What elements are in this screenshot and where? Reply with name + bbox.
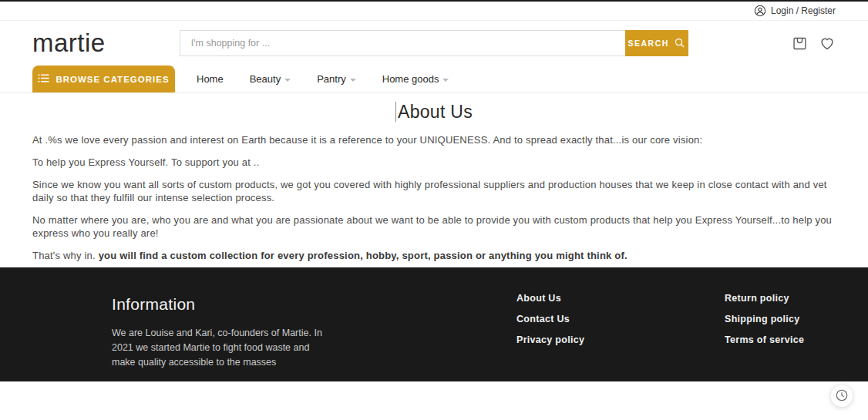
site-footer: Information We are Louise and Kari, co-f… <box>0 267 868 381</box>
chevron-down-icon <box>284 79 291 82</box>
wishlist-heart-icon[interactable] <box>819 35 836 52</box>
footer-link-privacy-policy[interactable]: Privacy policy <box>516 334 584 345</box>
paragraph-text: That's why in. <box>32 250 99 261</box>
about-content: About Us At .%s we love every passion an… <box>0 93 868 267</box>
nav-item-beauty[interactable]: Beauty <box>250 73 291 85</box>
nav-item-pantry[interactable]: Pantry <box>317 73 356 85</box>
footer-links-column-2: Return policy Shipping policy Terms of s… <box>725 293 804 345</box>
site-logo[interactable]: martie <box>32 29 106 58</box>
search-input[interactable] <box>180 30 625 56</box>
paragraph-bold-text: you will find a custom collection for ev… <box>99 250 627 261</box>
footer-link-contact-us[interactable]: Contact Us <box>516 314 584 324</box>
search-bar: SEARCH <box>180 30 688 56</box>
main-nav: BROWSE CATEGORIES Home Beauty Pantry Hom… <box>0 66 868 93</box>
footer-bottom-strip <box>0 381 868 420</box>
footer-link-return-policy[interactable]: Return policy <box>725 293 804 304</box>
login-register-label: Login / Register <box>771 5 836 16</box>
user-icon <box>754 5 766 17</box>
footer-link-shipping-policy[interactable]: Shipping policy <box>725 314 804 324</box>
nav-item-label: Beauty <box>250 73 281 85</box>
footer-links-column-1: About Us Contact Us Privacy policy <box>516 293 584 345</box>
text-cursor <box>395 102 396 122</box>
footer-link-terms-of-service[interactable]: Terms of service <box>725 334 804 345</box>
nav-item-home[interactable]: Home <box>197 73 224 85</box>
about-paragraph: That's why in. you will find a custom co… <box>32 249 836 262</box>
recently-viewed-button[interactable] <box>831 385 853 407</box>
search-icon <box>674 37 685 50</box>
browse-categories-label: BROWSE CATEGORIES <box>56 75 169 84</box>
top-bar: Login / Register <box>0 2 868 21</box>
nav-links: Home Beauty Pantry Home goods <box>197 66 449 92</box>
site-header: martie SEARCH <box>0 21 868 66</box>
search-button-label: SEARCH <box>628 39 669 48</box>
header-icons <box>792 35 836 52</box>
nav-item-label: Home goods <box>382 73 439 85</box>
footer-link-about-us[interactable]: About Us <box>516 293 584 304</box>
nav-item-home-goods[interactable]: Home goods <box>382 73 449 85</box>
footer-information-text: We are Louise and Kari, co-founders of M… <box>112 326 335 370</box>
chevron-down-icon <box>442 79 449 82</box>
search-button[interactable]: SEARCH <box>625 30 688 56</box>
footer-information: Information We are Louise and Kari, co-f… <box>112 295 335 370</box>
about-paragraph: Since we know you want all sorts of cust… <box>32 178 836 204</box>
about-paragraph: No matter where you are, who you are and… <box>32 213 836 240</box>
chevron-down-icon <box>350 79 356 82</box>
footer-information-title: Information <box>112 295 335 314</box>
login-register-link[interactable]: Login / Register <box>754 5 836 17</box>
list-icon <box>38 73 49 85</box>
cart-icon[interactable] <box>792 35 808 52</box>
nav-item-label: Home <box>197 73 224 85</box>
clock-icon <box>835 388 849 405</box>
page-title: About Us <box>398 102 473 123</box>
nav-item-label: Pantry <box>317 73 346 85</box>
about-paragraph: To help you Express Yourself. To support… <box>32 156 836 169</box>
browse-categories-button[interactable]: BROWSE CATEGORIES <box>32 66 175 92</box>
about-paragraph: At .%s we love every passion and interes… <box>32 133 836 146</box>
